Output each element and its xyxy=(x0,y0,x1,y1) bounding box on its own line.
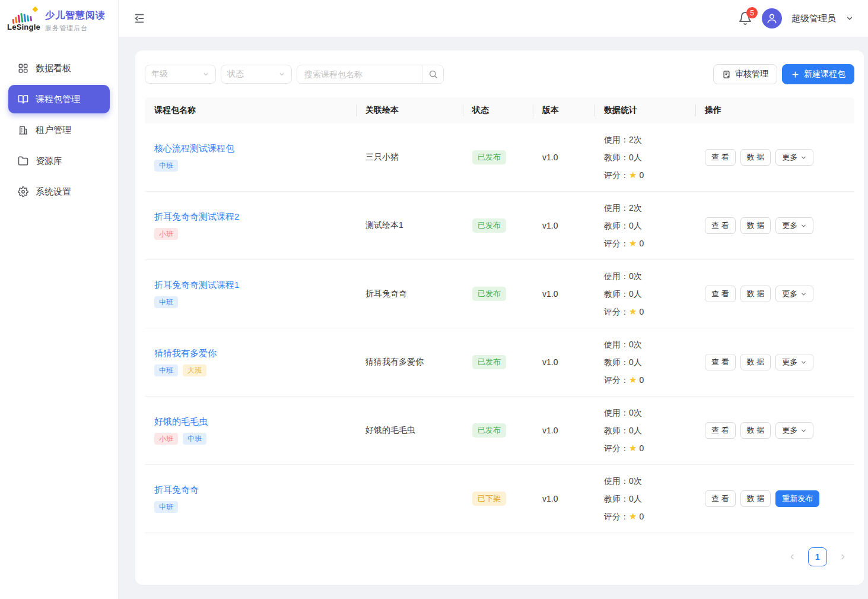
package-name-cell: 折耳兔奇奇测试课程2小班 xyxy=(145,211,356,240)
package-name-link[interactable]: 折耳兔奇奇测试课程2 xyxy=(154,211,239,223)
usage-value: 0次 xyxy=(629,335,642,353)
stats-cell: 使用：2次教师：0人评分：★0 xyxy=(594,131,695,184)
star-icon: ★ xyxy=(629,508,637,525)
related-book-cell: 三只小猪 xyxy=(356,152,463,163)
topbar: 5 超级管理员 xyxy=(119,0,868,37)
chevron-down-icon xyxy=(800,359,807,366)
chevron-down-icon xyxy=(800,223,807,229)
status-filter-select[interactable]: 状态 xyxy=(221,65,292,84)
table-row: 折耳兔奇奇中班已下架v1.0使用：0次教师：0人评分：★0查 看数 据重新发布 xyxy=(145,465,854,533)
data-button[interactable]: 数 据 xyxy=(740,490,771,507)
related-book-cell: 好饿的毛毛虫 xyxy=(356,425,463,436)
create-package-button[interactable]: 新建课程包 xyxy=(782,64,854,84)
actions-cell: 查 看数 据更多 xyxy=(695,354,854,370)
package-name-link[interactable]: 好饿的毛毛虫 xyxy=(154,416,208,427)
more-dropdown-button[interactable]: 更多 xyxy=(775,354,813,370)
usage-stat: 使用：0次 xyxy=(604,472,695,490)
search-group xyxy=(297,65,444,84)
notification-bell-icon[interactable]: 5 xyxy=(738,11,752,26)
data-button[interactable]: 数 据 xyxy=(740,217,771,234)
search-input[interactable] xyxy=(297,65,422,83)
usage-value: 0次 xyxy=(629,267,642,285)
next-page-icon[interactable] xyxy=(839,553,847,561)
review-manage-button[interactable]: 审核管理 xyxy=(713,64,777,84)
version-value: v1.0 xyxy=(542,153,558,162)
status-cell: 已发布 xyxy=(463,355,533,369)
teachers-value: 0人 xyxy=(629,217,642,234)
usage-value: 2次 xyxy=(629,199,642,217)
status-badge: 已发布 xyxy=(472,355,506,369)
user-name[interactable]: 超级管理员 xyxy=(791,13,836,24)
logo-bars-icon xyxy=(11,9,32,23)
more-dropdown-button[interactable]: 更多 xyxy=(775,422,813,439)
usage-label: 使用： xyxy=(604,199,629,217)
rating-stat: 评分：★0 xyxy=(604,439,695,457)
more-dropdown-button[interactable]: 更多 xyxy=(775,149,813,166)
package-name-link[interactable]: 折耳兔奇奇测试课程1 xyxy=(154,280,239,291)
table-row: 核心流程测试课程包中班三只小猪已发布v1.0使用：2次教师：0人评分：★0查 看… xyxy=(145,123,854,192)
sidebar-item-dashboard[interactable]: 数据看板 xyxy=(8,54,110,83)
rating-label: 评分： xyxy=(604,166,629,184)
republish-button[interactable]: 重新发布 xyxy=(775,490,819,507)
sidebar-item-tenants[interactable]: 租户管理 xyxy=(8,116,110,144)
sidebar-collapse-icon[interactable] xyxy=(133,12,146,25)
table-row: 折耳兔奇奇测试课程1中班折耳兔奇奇已发布v1.0使用：0次教师：0人评分：★0查… xyxy=(145,260,854,328)
view-button[interactable]: 查 看 xyxy=(705,286,736,302)
view-button[interactable]: 查 看 xyxy=(705,217,736,234)
teachers-label: 教师： xyxy=(604,421,629,439)
view-button[interactable]: 查 看 xyxy=(705,354,736,370)
sidebar-item-resources[interactable]: 资源库 xyxy=(8,147,110,175)
main-content: 年级 状态 审核管理 xyxy=(119,37,868,599)
column-header-book: 关联绘本 xyxy=(356,105,463,116)
related-book-cell: 测试绘本1 xyxy=(356,220,463,231)
more-dropdown-button[interactable]: 更多 xyxy=(775,286,813,302)
data-button[interactable]: 数 据 xyxy=(740,422,771,439)
view-button[interactable]: 查 看 xyxy=(705,490,736,507)
chevron-down-icon[interactable] xyxy=(845,14,854,23)
grade-tag: 中班 xyxy=(183,433,206,445)
app-subtitle: 服务管理后台 xyxy=(45,24,106,33)
package-name-link[interactable]: 折耳兔奇奇 xyxy=(154,484,199,496)
version-value: v1.0 xyxy=(542,494,558,503)
teachers-label: 教师： xyxy=(604,148,629,166)
grade-tag: 中班 xyxy=(154,501,178,513)
sidebar-item-label: 数据看板 xyxy=(36,63,71,74)
more-dropdown-button[interactable]: 更多 xyxy=(775,217,813,234)
package-name-link[interactable]: 核心流程测试课程包 xyxy=(154,143,234,154)
usage-stat: 使用：0次 xyxy=(604,267,695,285)
stats-cell: 使用：2次教师：0人评分：★0 xyxy=(594,199,695,252)
grade-filter-select[interactable]: 年级 xyxy=(145,65,216,84)
rating-value: 0 xyxy=(639,234,644,252)
column-header-name: 课程包名称 xyxy=(145,105,356,116)
data-button[interactable]: 数 据 xyxy=(740,286,771,302)
sidebar-item-settings[interactable]: 系统设置 xyxy=(8,178,110,206)
version-value: v1.0 xyxy=(542,357,558,367)
data-button[interactable]: 数 据 xyxy=(740,354,771,370)
usage-label: 使用： xyxy=(604,267,629,285)
version-value: v1.0 xyxy=(542,221,558,230)
avatar[interactable] xyxy=(762,8,782,28)
package-name-link[interactable]: 猜猜我有多爱你 xyxy=(154,348,217,359)
teachers-label: 教师： xyxy=(604,490,629,508)
grade-tag: 小班 xyxy=(154,433,178,445)
teachers-stat: 教师：0人 xyxy=(604,490,695,508)
sidebar-item-course-packages[interactable]: 课程包管理 xyxy=(8,85,110,113)
page-number-button[interactable]: 1 xyxy=(808,547,827,566)
brand: LeSingle 少儿智慧阅读 服务管理后台 xyxy=(0,0,118,42)
data-button[interactable]: 数 据 xyxy=(740,149,771,166)
usage-label: 使用： xyxy=(604,131,629,148)
column-header-stats: 数据统计 xyxy=(594,105,695,116)
rating-stat: 评分：★0 xyxy=(604,371,695,389)
search-icon[interactable] xyxy=(422,65,443,83)
grade-tag: 小班 xyxy=(154,228,178,240)
rating-stat: 评分：★0 xyxy=(604,508,695,525)
status-badge: 已发布 xyxy=(472,150,506,164)
version-value: v1.0 xyxy=(542,426,558,435)
lesingle-logo-icon: LeSingle xyxy=(8,11,39,31)
previous-page-icon[interactable] xyxy=(788,553,796,561)
building-icon xyxy=(18,125,28,135)
view-button[interactable]: 查 看 xyxy=(705,422,736,439)
rating-label: 评分： xyxy=(604,439,629,457)
view-button[interactable]: 查 看 xyxy=(705,149,736,166)
teachers-stat: 教师：0人 xyxy=(604,148,695,166)
